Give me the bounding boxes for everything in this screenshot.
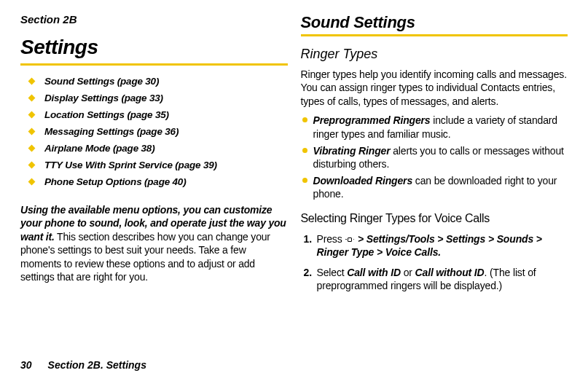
diamond-icon [28, 95, 36, 102]
ringer-bullet-list: Preprogrammed Ringers include a variety … [301, 114, 568, 204]
toc-item: Phone Setup Options (page 40) [20, 176, 288, 187]
step-item: Press > Settings/Tools > Settings > Soun… [301, 232, 568, 259]
page-title: Settings [20, 36, 288, 59]
right-column: Sound Settings Ringer Types Ringer types… [301, 13, 568, 371]
step-text: Press [317, 233, 345, 245]
accent-rule [301, 34, 568, 36]
diamond-icon [28, 128, 36, 135]
footer-section: Section 2B. Settings [48, 359, 146, 371]
toc-text: TTY Use With Sprint Service (page 39) [44, 160, 217, 170]
toc-text: Phone Setup Options (page 40) [44, 176, 186, 187]
bullet-bold: Downloaded Ringers [313, 175, 413, 186]
intro-paragraph: Using the available menu options, you ca… [20, 203, 288, 284]
list-item: Vibrating Ringer alerts you to calls or … [301, 144, 568, 170]
toc-item: Location Settings (page 35) [20, 109, 288, 120]
diamond-icon [28, 178, 36, 186]
toc-item: Airplane Mode (page 38) [20, 143, 288, 154]
disc-icon [302, 148, 307, 153]
bullet-bold: Vibrating Ringer [313, 145, 391, 157]
step-option: Call without ID [415, 267, 485, 278]
diamond-icon [28, 78, 36, 85]
selecting-ringer-heading: Selecting Ringer Types for Voice Calls [301, 212, 568, 225]
toc-item: TTY Use With Sprint Service (page 39) [20, 160, 288, 170]
toc-text: Sound Settings (page 30) [44, 76, 159, 87]
toc-text: Location Settings (page 35) [44, 109, 169, 120]
toc-item: Messaging Settings (page 36) [20, 126, 288, 137]
step-text: Select [317, 267, 348, 278]
step-option: Call with ID [347, 267, 401, 278]
bullet-bold: Preprogrammed Ringers [313, 114, 431, 126]
list-item: Downloaded Ringers can be downloaded rig… [301, 174, 568, 200]
page-number: 30 [20, 359, 32, 371]
toc-list: Sound Settings (page 30) Display Setting… [20, 76, 288, 193]
diamond-icon [28, 145, 36, 152]
section-label: Section 2B [20, 13, 288, 25]
disc-icon [302, 117, 307, 122]
diamond-icon [28, 162, 36, 169]
left-column: Section 2B Settings Sound Settings (page… [20, 13, 288, 371]
nav-key-icon [345, 236, 354, 243]
steps-list: Press > Settings/Tools > Settings > Soun… [301, 232, 568, 300]
toc-item: Sound Settings (page 30) [20, 76, 288, 87]
toc-text: Display Settings (page 33) [44, 93, 163, 103]
accent-rule [20, 63, 288, 66]
intro-rest: This section describes how you can chang… [20, 231, 270, 283]
list-item: Preprogrammed Ringers include a variety … [301, 114, 568, 140]
page-footer: 30Section 2B. Settings [20, 359, 146, 371]
ringer-types-heading: Ringer Types [301, 47, 568, 62]
sound-settings-heading: Sound Settings [301, 13, 568, 32]
step-text: or [401, 267, 415, 278]
page-columns: Section 2B Settings Sound Settings (page… [20, 13, 568, 371]
toc-text: Airplane Mode (page 38) [44, 143, 154, 154]
toc-item: Display Settings (page 33) [20, 93, 288, 103]
diamond-icon [28, 111, 36, 119]
disc-icon [302, 178, 307, 183]
step-item: Select Call with ID or Call without ID. … [301, 266, 568, 292]
toc-text: Messaging Settings (page 36) [44, 126, 179, 137]
ringer-types-paragraph: Ringer types help you identify incoming … [301, 68, 568, 108]
